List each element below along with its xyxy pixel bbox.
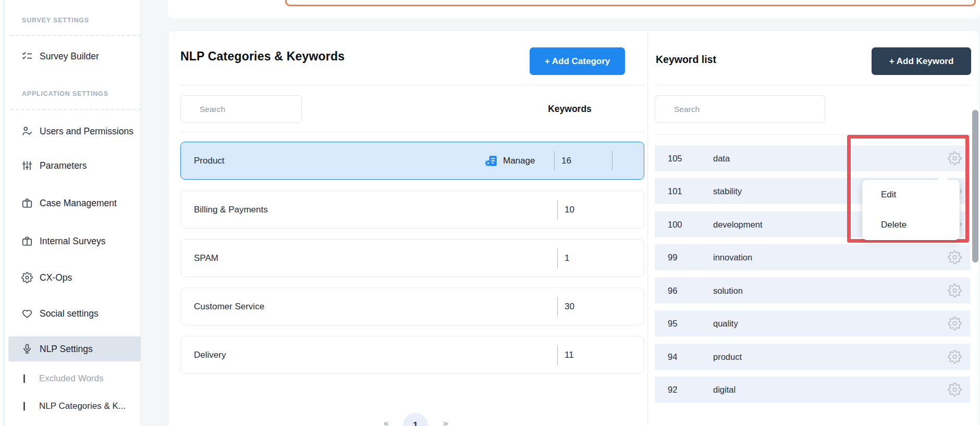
list-top-divider-right: [656, 134, 970, 135]
add-keyword-button[interactable]: + Add Keyword: [872, 47, 971, 75]
sliders-icon: [21, 159, 33, 172]
subitem-bar: [23, 374, 25, 383]
sidebar-divider: [10, 35, 141, 36]
sidebar-item-label: CX-Ops: [40, 272, 72, 283]
pagination-next-icon[interactable]: »: [443, 418, 448, 426]
gear-icon[interactable]: [948, 152, 962, 166]
keyword-list-title: Keyword list: [656, 54, 716, 66]
sidebar-section-label: SURVEY SETTINGS: [22, 17, 89, 24]
sidebar-item-parameters[interactable]: Parameters: [8, 153, 141, 178]
keyword-id: 100: [668, 211, 682, 237]
heart-icon: [21, 307, 33, 320]
nlp-manage-icon: [485, 154, 498, 168]
header-divider-right: [656, 85, 970, 85]
sidebar-subitem-label: Excluded Words: [39, 373, 103, 384]
keyword-text: development: [713, 211, 762, 237]
keyword-id: 92: [668, 377, 677, 403]
menu-item-delete[interactable]: Delete: [862, 210, 960, 240]
orange-outlined-field: [285, 0, 976, 6]
category-search-input[interactable]: [180, 95, 302, 123]
add-category-button[interactable]: + Add Category: [530, 47, 625, 75]
category-row-billing-payments[interactable]: Billing & Payments10: [180, 191, 644, 229]
sidebar-item-social-settings[interactable]: Social settings: [8, 301, 141, 326]
category-row-product[interactable]: ProductManage16: [180, 142, 644, 180]
category-name: SPAM: [194, 240, 218, 277]
app-root: SURVEY SETTINGSSurvey BuilderAPPLICATION…: [0, 0, 980, 426]
sidebar: SURVEY SETTINGSSurvey BuilderAPPLICATION…: [5, 0, 141, 426]
row-separator: [557, 248, 558, 268]
keyword-id: 105: [668, 145, 682, 171]
gear-icon[interactable]: [948, 317, 962, 331]
page-title: NLP Categories & Keywords: [180, 49, 345, 64]
category-name: Delivery: [194, 336, 226, 373]
row-separator: [557, 200, 558, 220]
keyword-row-data[interactable]: 105data: [655, 145, 970, 171]
category-name: Customer Service: [194, 288, 264, 325]
sidebar-item-users-and-permissions[interactable]: Users and Permissions: [8, 119, 141, 144]
sidebar-section-label: APPLICATION SETTINGS: [22, 90, 108, 97]
briefcase-icon: [21, 235, 33, 247]
row-separator: [612, 151, 612, 171]
keyword-row-innovation[interactable]: 99innovation: [655, 244, 970, 270]
category-row-customer-service[interactable]: Customer Service30: [180, 287, 644, 325]
sidebar-subitem-nlp-categories-k[interactable]: NLP Categories & K...: [8, 395, 141, 417]
menu-item-edit[interactable]: Edit: [862, 180, 960, 210]
row-separator: [554, 151, 555, 171]
manage-button[interactable]: Manage: [485, 142, 535, 179]
keyword-count: 1: [565, 240, 569, 277]
keyword-text: digital: [713, 377, 736, 403]
sidebar-item-cx-ops[interactable]: CX-Ops: [8, 265, 141, 290]
sidebar-item-nlp-settings[interactable]: NLP Settings: [8, 336, 141, 361]
keyword-id: 94: [668, 344, 677, 370]
keyword-id: 101: [668, 178, 682, 204]
keyword-row-product[interactable]: 94product: [655, 344, 970, 370]
keyword-text: stability: [713, 178, 742, 204]
header-divider-left: [180, 85, 644, 85]
row-separator: [557, 297, 558, 317]
pagination-page-1[interactable]: 1: [403, 413, 428, 426]
top-clipped-card: [168, 0, 980, 18]
subitem-bar: [23, 402, 25, 411]
sidebar-subitem-excluded-words[interactable]: Excluded Words: [8, 368, 141, 390]
sidebar-item-label: Users and Permissions: [40, 126, 133, 137]
gear-icon[interactable]: [948, 284, 962, 298]
keyword-id: 96: [668, 278, 677, 304]
keyword-row-digital[interactable]: 92digital: [655, 377, 970, 403]
keyword-search-input[interactable]: [655, 95, 825, 123]
keyword-row-quality[interactable]: 95quality: [655, 310, 970, 336]
category-name: Product: [194, 142, 225, 179]
checklist-icon: [21, 50, 33, 62]
pagination-prev-icon[interactable]: «: [384, 418, 388, 426]
keyword-text: innovation: [713, 244, 752, 270]
microphone-icon: [21, 343, 33, 355]
keyword-id: 95: [668, 310, 677, 336]
row-separator: [557, 345, 558, 365]
nlp-settings-card: NLP Categories & Keywords + Add Category…: [168, 30, 980, 426]
keyword-text: solution: [713, 278, 743, 304]
scrollbar-thumb[interactable]: [972, 110, 978, 262]
keywords-column-header: Keywords: [528, 95, 611, 123]
gear-icon: [21, 271, 33, 284]
keyword-count: 30: [565, 288, 574, 325]
keyword-text: data: [713, 145, 730, 171]
keyword-text: quality: [713, 310, 738, 336]
sidebar-item-case-management[interactable]: Case Management: [8, 191, 141, 216]
sidebar-divider: [10, 109, 141, 110]
gear-icon[interactable]: [948, 350, 962, 364]
sidebar-item-label: Case Management: [40, 198, 117, 209]
gear-icon[interactable]: [948, 383, 962, 397]
category-row-spam[interactable]: SPAM1: [180, 239, 644, 277]
keyword-count: 16: [561, 142, 571, 179]
keyword-row-solution[interactable]: 96solution: [655, 278, 970, 304]
sidebar-item-survey-builder[interactable]: Survey Builder: [8, 44, 141, 69]
manage-label: Manage: [503, 156, 535, 166]
gear-icon[interactable]: [948, 250, 962, 265]
sidebar-item-internal-surveys[interactable]: Internal Surveys: [8, 229, 141, 254]
sidebar-item-label: Survey Builder: [40, 51, 99, 62]
keyword-count: 10: [565, 191, 574, 228]
category-row-delivery[interactable]: Delivery11: [180, 336, 644, 374]
sidebar-subitem-label: NLP Categories & K...: [39, 401, 126, 411]
keyword-id: 99: [668, 244, 677, 270]
briefcase-icon: [21, 197, 33, 209]
keyword-count: 11: [565, 336, 574, 373]
